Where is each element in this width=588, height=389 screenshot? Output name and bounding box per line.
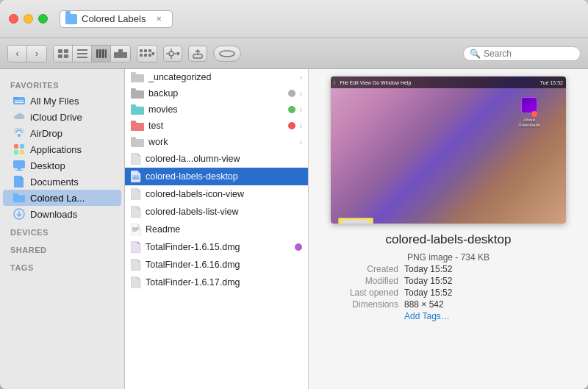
file-icon [131,241,141,253]
dimensions-row: Dimensions 888 × 542 [331,299,566,310]
file-item-dmg-17[interactable]: TotalFinder-1.6.17.dmg [125,274,308,291]
file-item-movies[interactable]: movies › [125,101,308,118]
minimize-button[interactable] [24,14,33,24]
close-button[interactable] [9,14,18,24]
sidebar-item-label: iCloud Drive [30,112,82,123]
svg-rect-0 [58,49,62,53]
svg-rect-8 [99,49,101,58]
desktop-icon [13,160,25,171]
svg-rect-4 [77,49,87,51]
tag-button[interactable] [213,46,241,62]
svg-rect-34 [14,150,18,154]
gear-icon [166,49,176,59]
svg-rect-3 [64,54,68,58]
cover-flow-button[interactable] [111,46,130,62]
file-item-desktop-selected[interactable]: colored-labels-desktop [125,168,308,185]
share-button[interactable] [188,46,207,62]
file-item-work[interactable]: work › [125,134,308,150]
file-name: movies [148,104,284,115]
svg-rect-25 [193,54,202,58]
sidebar-item-all-my-files[interactable]: All My Files [3,93,121,109]
thumb-img [343,220,369,224]
svg-rect-35 [20,150,24,154]
sidebar-item-applications[interactable]: Applications [3,141,121,157]
file-icon [131,153,141,165]
tab-folder-icon [65,14,77,24]
arrange-button[interactable]: ▾ [137,46,157,62]
preview-menubar-clock: Tue 15:52 [540,80,563,85]
preview-filename: colored-labels-desktop [385,232,511,247]
last-opened-label: Last opened [331,288,404,298]
sidebar-item-label: Applications [30,144,82,155]
forward-button[interactable]: › [27,46,46,62]
folder-icon [131,104,144,115]
add-tags-button[interactable]: Add Tags… [404,311,450,321]
view-buttons [53,45,131,63]
file-item-backup[interactable]: backup › [125,85,308,101]
file-item-list-view[interactable]: colored-labels-list-view [125,203,308,221]
file-item-icon-view[interactable]: colored-labels-icon-view [125,185,308,203]
sidebar-item-desktop[interactable]: Desktop [3,157,121,174]
file-name: colored-labels-list-view [146,207,302,217]
file-item-column-view[interactable]: colored-la...olumn-view [125,150,308,168]
chevron-icon: › [300,138,302,146]
search-input[interactable] [484,49,572,59]
folder-icon [131,137,144,147]
created-row: Created Today 15:52 [331,263,566,275]
sidebar-item-colored-la[interactable]: Colored La... [3,190,121,206]
svg-rect-2 [58,54,62,58]
filetype-row: PNG image - 734 KB [331,251,566,263]
svg-point-31 [18,134,21,137]
file-info-table: PNG image - 734 KB Created Today 15:52 M… [331,251,566,322]
action-chevron: ▾ [176,50,180,57]
color-label-gray [288,90,295,97]
icon-view-button[interactable] [54,46,73,62]
file-item-readme[interactable]: Readme [125,221,308,238]
share-icon [193,49,203,59]
tab-title: Colored Labels [82,13,146,24]
sidebar-item-label: Colored La... [30,193,85,204]
preview-screenshot:  File Edit View Go Window Help Tue 15:5… [331,76,566,224]
action-button[interactable]: ▾ [163,46,182,62]
preview-menubar-items: File Edit View Go Window Help [340,80,412,85]
tab-area: Colored Labels ✕ [60,10,579,28]
sidebar-item-icloud[interactable]: iCloud Drive [3,109,121,125]
modified-row: Modified Today 15:52 [331,275,566,287]
file-name: Readme [146,224,302,235]
file-item-uncategorized[interactable]: _uncategorized › [125,69,308,85]
file-item-dmg-16[interactable]: TotalFinder-1.6.16.dmg [125,256,308,274]
sidebar-item-downloads[interactable]: Downloads [3,206,121,222]
file-icon [131,171,141,182]
sidebar-item-airdrop[interactable]: AirDrop [3,125,121,141]
file-item-dmg-15[interactable]: TotalFinder-1.6.15.dmg [125,238,308,256]
preview-image:  File Edit View Go Window Help Tue 15:5… [331,76,566,224]
file-icon [131,259,141,271]
svg-rect-32 [14,144,18,149]
airdrop-icon [13,127,25,139]
search-box[interactable]: 🔍 [463,46,581,61]
svg-point-20 [169,51,173,56]
add-tags-row: Add Tags… [331,310,566,322]
preview-menubar:  File Edit View Go Window Help Tue 15:5… [331,76,566,88]
about-downloads-icon: AboutDownloads [518,97,540,128]
sidebar-item-label: AirDrop [30,128,62,139]
active-tab[interactable]: Colored Labels ✕ [60,10,173,28]
finder-window: Colored Labels ✕ ‹ › [0,0,588,389]
file-name: backup [148,88,284,99]
sidebar-item-label: All My Files [30,96,79,107]
arrange-chevron: ▾ [151,50,155,57]
all-my-files-icon [13,95,25,107]
titlebar: Colored Labels ✕ [0,0,588,38]
column-view-button[interactable] [92,46,111,62]
back-button[interactable]: ‹ [8,46,27,62]
tag-icon [219,50,235,57]
svg-rect-13 [123,52,127,58]
sidebar-item-documents[interactable]: Documents [3,174,121,190]
chevron-icon: › [300,74,302,82]
list-view-button[interactable] [73,46,92,62]
tab-close-button[interactable]: ✕ [153,13,165,25]
toolbar: ‹ › [0,38,588,69]
file-item-test[interactable]: test › [125,118,308,134]
maximize-button[interactable] [38,14,48,24]
modified-value: Today 15:52 [404,276,452,286]
